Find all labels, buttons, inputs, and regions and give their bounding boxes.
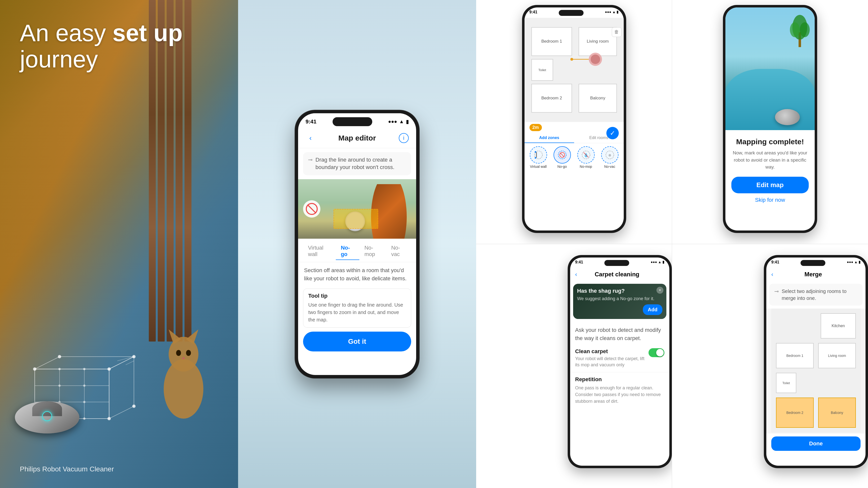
c4-signal-icon: ●●● [847, 260, 853, 267]
main-app-header: ‹ Map editor i [298, 128, 416, 148]
c1-dynamic-island [559, 10, 584, 16]
done-button[interactable]: Done [771, 436, 861, 451]
tooltip-text: Drag the line around to create a boundar… [315, 156, 406, 171]
svg-point-45 [590, 55, 600, 64]
c4-app-header: ‹ Merge [766, 268, 866, 281]
svg-point-28 [176, 350, 181, 356]
mapping-desc: Now, mark out areas you'd like your robo… [731, 150, 809, 171]
tooltip-banner: ⊸ Drag the line around to create a bound… [303, 152, 411, 175]
info-icon: i [403, 135, 404, 141]
c1-phone-inner: 9:41 ●●● ▲ ▮ [525, 7, 624, 230]
tab-no-vac[interactable]: No-vac [386, 242, 411, 260]
tab-virtual-wall[interactable]: Virtual wall [303, 242, 336, 260]
c3-back-button[interactable]: ‹ [575, 271, 577, 278]
c1-controls: 2m ✓ [525, 122, 624, 133]
c4-wifi-icon: ▲ [854, 260, 858, 267]
c1-no-mop-label: No-mop [580, 165, 592, 168]
tab-no-go[interactable]: No-go [336, 242, 359, 260]
svg-text:Kitchen: Kitchen [832, 324, 845, 328]
outdoor-photo [725, 7, 815, 130]
svg-text:Toilet: Toilet [782, 381, 790, 385]
cat-area [149, 315, 218, 426]
merge-desc-text: Select two adjoining rooms to merge into… [782, 288, 858, 302]
right-panel: 9:41 ●●● ▲ ▮ [476, 0, 868, 488]
c1-floor-plan[interactable]: Bedroom 1 Living room Toilet Bedroom 2 [525, 18, 624, 122]
svg-text:Bedroom 1: Bedroom 1 [541, 39, 562, 44]
carpet-toggle-labels: Clean carpet Your robot will detect the … [575, 348, 649, 368]
c3-time: 9:41 [575, 260, 583, 267]
c1-status-bar: 9:41 ●●● ▲ ▮ [525, 7, 624, 18]
main-container: An easy set up journey Philips Robot Vac… [0, 0, 868, 488]
c2-robot [775, 109, 800, 125]
battery-icon: ▮ [406, 119, 409, 125]
c4-battery-icon: ▮ [859, 260, 861, 267]
main-phone-screen: 9:41 ●●● ▲ ▮ ‹ Map editor i [298, 113, 416, 375]
robot-vacuum-area [15, 384, 89, 433]
main-map-image[interactable] [298, 179, 416, 239]
tab-no-mop[interactable]: No-mop [359, 242, 386, 260]
c1-battery-icon: ▮ [617, 10, 619, 17]
robot-body [15, 401, 80, 433]
repetition-desc: One pass is enough for a regular clean. … [575, 385, 664, 405]
back-chevron-icon: ‹ [309, 134, 311, 142]
c3-battery-icon: ▮ [662, 260, 664, 267]
merge-floor-plan[interactable]: Kitchen Bedroom 1 Living room Toilet [766, 308, 866, 433]
svg-text:Balcony: Balcony [831, 411, 843, 415]
completion-check: ✓ [607, 127, 619, 139]
main-app-title: Map editor [338, 134, 376, 142]
c1-tab-add-zones[interactable]: Add zones [525, 133, 574, 143]
c3-wifi-icon: ▲ [658, 260, 661, 267]
c3-app-header: ‹ Carpet cleaning [570, 268, 669, 281]
c3-title: Carpet cleaning [595, 271, 639, 278]
left-panel: An easy set up journey Philips Robot Vac… [0, 0, 238, 488]
svg-rect-51 [536, 152, 537, 158]
tool-tip-card: Tool tip Use one finger to drag the line… [303, 289, 411, 328]
c1-no-vac-item[interactable]: ⊗ No-vac [599, 146, 621, 168]
svg-point-53 [535, 157, 536, 159]
svg-text:🗑: 🗑 [614, 29, 619, 34]
c4-back-button[interactable]: ‹ [771, 271, 773, 278]
edit-map-button[interactable]: Edit map [731, 177, 809, 193]
plant-svg [790, 12, 810, 47]
c1-no-vac-label: No-vac [604, 165, 615, 168]
svg-point-29 [186, 350, 191, 356]
c1-virtual-wall-item[interactable]: Virtual wall [527, 146, 549, 168]
c3-phone-screen: 9:41 ●●● ▲ ▮ ‹ Carpet cleaning [570, 258, 669, 466]
svg-text:⊗: ⊗ [608, 153, 611, 157]
wifi-icon: ▲ [399, 119, 404, 124]
cell-map-editor: 9:41 ●●● ▲ ▮ [476, 0, 672, 244]
carpet-close-button[interactable]: × [656, 287, 663, 294]
skip-for-now-link[interactable]: Skip for now [731, 197, 809, 203]
carpet-toggle-row: Clean carpet Your robot will detect the … [570, 344, 669, 372]
got-it-button[interactable]: Got it [303, 332, 411, 352]
carpet-toggle-switch[interactable] [649, 348, 664, 357]
c1-no-mop-item[interactable]: 💧 No-mop [575, 146, 597, 168]
no-mop-svg: 💧 [581, 150, 591, 160]
cat-svg [149, 315, 218, 426]
c1-status-icons: ●●● ▲ ▮ [605, 10, 619, 17]
no-zone-circle [303, 200, 320, 218]
tool-tip-label: Tool tip [308, 293, 406, 299]
center-panel: 9:41 ●●● ▲ ▮ ‹ Map editor i [238, 0, 476, 488]
carpet-toggle-sublabel: Your robot will detect the carpet, lift … [575, 356, 649, 368]
svg-point-47 [570, 58, 573, 61]
toggle-thumb [656, 349, 664, 356]
c3-status-icons: ●●● ▲ ▮ [651, 260, 664, 267]
c4-phone-outer: 9:41 ●●● ▲ ▮ ‹ Merge [764, 255, 868, 468]
c1-time: 9:41 [529, 10, 537, 17]
signal-icon: ●●● [388, 119, 397, 124]
svg-text:Bedroom 2: Bedroom 2 [541, 95, 562, 100]
plant-decoration [790, 12, 810, 47]
tooltip-icon: ⊸ [308, 157, 312, 163]
merge-floor-svg: Kitchen Bedroom 1 Living room Toilet [766, 308, 866, 432]
c2-phone-inner: Mapping complete! Now, mark out areas yo… [725, 7, 815, 230]
merge-description: ⊸ Select two adjoining rooms to merge in… [769, 284, 863, 305]
status-icons: ●●● ▲ ▮ [388, 119, 409, 125]
info-button[interactable]: i [399, 133, 409, 143]
back-button[interactable]: ‹ [306, 133, 315, 143]
c1-wifi-icon: ▲ [612, 10, 616, 17]
mapping-card: Mapping complete! Now, mark out areas yo… [725, 130, 815, 211]
repetition-label: Repetition [575, 376, 664, 383]
carpet-add-button[interactable]: Add [643, 304, 662, 315]
c1-no-go-item[interactable]: No-go [551, 146, 573, 168]
